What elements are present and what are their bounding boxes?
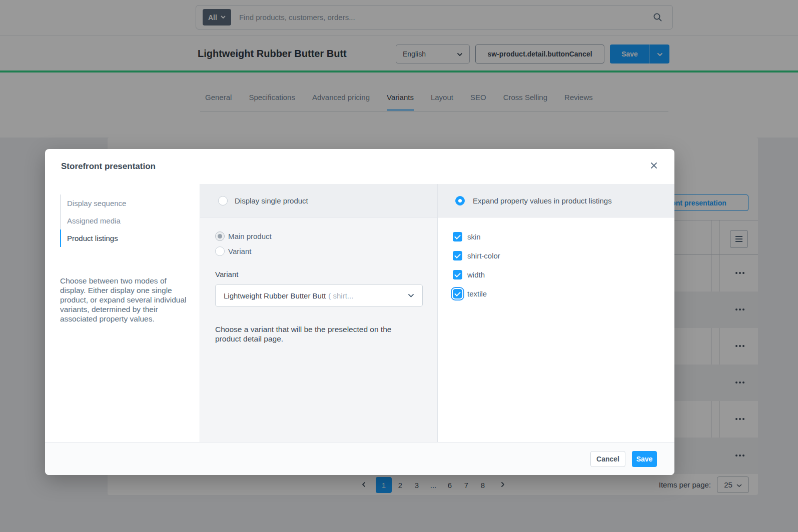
single-product-mode-column: Display single product Main product Vari… [200,184,438,442]
variant-select-value: Lightweight Rubber Butter Butt [224,292,326,300]
modal-title: Storefront presentation [61,162,156,172]
checkbox-checked-icon[interactable] [453,232,462,242]
variant-help-text: Choose a variant that will be the presel… [215,324,415,344]
property-label: textile [467,290,487,298]
checkbox-checked-icon[interactable] [453,270,462,280]
property-option-shirt-color[interactable]: shirt-color [453,251,659,260]
variant-field-label: Variant [215,270,422,278]
variant-select-value-muted: ( shirt... [328,292,353,300]
variant-radio[interactable] [215,246,225,256]
nav-item-product-listings[interactable]: Product listings [60,230,185,247]
expand-properties-mode-label: Expand property values in product listin… [473,196,612,205]
modal-footer: Cancel Save [45,442,674,475]
display-single-product-radio[interactable] [218,196,228,206]
variant-option[interactable]: Variant [215,246,422,256]
expand-properties-mode-header[interactable]: Expand property values in product listin… [438,184,674,218]
single-product-mode-label: Display single product [235,196,308,205]
close-icon [650,162,657,171]
storefront-presentation-modal: Storefront presentation Display sequence… [45,149,674,475]
nav-item-display-sequence[interactable]: Display sequence [60,194,185,212]
variant-radio-label: Variant [228,247,251,256]
chevron-down-icon [408,294,414,298]
property-option-width[interactable]: width [453,270,659,280]
modal-cancel-button[interactable]: Cancel [590,451,625,467]
expand-properties-radio[interactable] [455,196,465,206]
property-option-skin[interactable]: skin [453,232,659,242]
main-product-radio[interactable] [215,232,225,241]
mode-description: Choose between two modes of display. Eit… [60,276,192,324]
modal-body: Display sequence Assigned media Product … [45,184,674,442]
shopware-admin-app: All Lightweight Rubber Butter Butt Engli… [0,0,798,532]
modal-save-button[interactable]: Save [632,451,657,467]
modal-sidebar: Display sequence Assigned media Product … [45,184,200,442]
modal-header: Storefront presentation [45,149,674,184]
modal-nav: Display sequence Assigned media Product … [60,194,185,247]
property-option-textile[interactable]: textile [453,289,659,298]
modal-close-button[interactable] [647,160,660,173]
single-product-mode-body: Main product Variant Variant Lightweight… [200,218,437,442]
checkbox-checked-focused-icon[interactable] [453,289,462,298]
single-product-mode-header[interactable]: Display single product [200,184,437,218]
checkbox-checked-icon[interactable] [453,251,462,260]
main-product-option[interactable]: Main product [215,232,422,241]
expand-properties-mode-column: Expand property values in product listin… [438,184,674,442]
nav-item-assigned-media[interactable]: Assigned media [60,212,185,230]
expand-properties-body: skin shirt-color width textile [438,218,674,442]
property-label: skin [467,232,481,241]
variant-select[interactable]: Lightweight Rubber Butter Butt ( shirt..… [215,284,423,306]
property-label: width [467,270,485,279]
main-product-label: Main product [228,232,272,240]
property-label: shirt-color [467,252,500,260]
